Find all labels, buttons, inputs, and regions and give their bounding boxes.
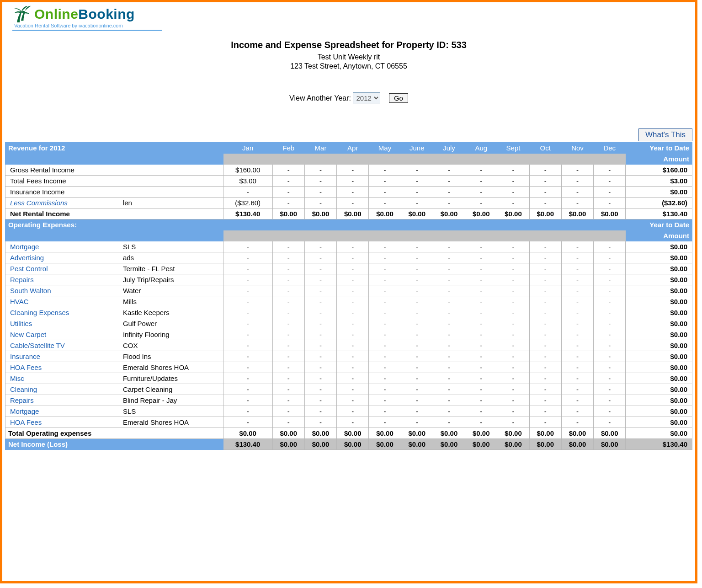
- cell-value: -: [401, 274, 433, 285]
- go-button[interactable]: Go: [389, 93, 408, 103]
- cell-value: $0.00: [304, 428, 336, 439]
- address: 123 Test Street, Anytown, CT 06555: [2, 62, 695, 70]
- expense-category[interactable]: Misc: [5, 373, 120, 384]
- cell-value: -: [272, 406, 304, 417]
- month-header: Apr: [337, 143, 369, 154]
- cell-value: -: [223, 406, 272, 417]
- cell-value: -: [337, 362, 369, 373]
- ytd-value: $0.00: [626, 395, 692, 406]
- cell-value: -: [369, 307, 401, 318]
- cell-value: -: [369, 198, 401, 208]
- cell-value: -: [561, 340, 593, 351]
- cell-value: $3.00: [223, 176, 272, 187]
- cell-value: -: [561, 241, 593, 252]
- cell-value: -: [433, 329, 465, 340]
- expense-category[interactable]: Advertising: [5, 252, 120, 263]
- expense-category[interactable]: Insurance: [5, 351, 120, 362]
- cell-value: -: [369, 241, 401, 252]
- row-label: Total Fees Income: [5, 176, 120, 187]
- cell-value: -: [465, 285, 497, 296]
- ytd-value: $0.00: [626, 373, 692, 384]
- cell-value: -: [561, 362, 593, 373]
- spacer: [223, 230, 626, 241]
- cell-value: -: [272, 362, 304, 373]
- cell-value: -: [223, 417, 272, 428]
- month-header: July: [433, 143, 465, 154]
- cell-value: -: [465, 384, 497, 395]
- cell-value: -: [272, 176, 304, 187]
- cell-value: -: [497, 318, 529, 329]
- cell-value: -: [433, 307, 465, 318]
- cell-value: $130.40: [223, 439, 272, 450]
- cell-value: -: [433, 241, 465, 252]
- cell-value: -: [433, 285, 465, 296]
- cell-value: -: [369, 384, 401, 395]
- expense-category[interactable]: Cleaning: [5, 384, 120, 395]
- expense-category[interactable]: Cleaning Expenses: [5, 307, 120, 318]
- cell-value: -: [497, 285, 529, 296]
- cell-value: $0.00: [529, 208, 561, 219]
- cell-value: -: [272, 296, 304, 307]
- expense-category[interactable]: South Walton: [5, 285, 120, 296]
- row-vendor: Infinity Flooring: [120, 329, 223, 340]
- expense-category[interactable]: Utilities: [5, 318, 120, 329]
- expense-category[interactable]: Cable/Satellite TV: [5, 340, 120, 351]
- month-header: Jan: [223, 143, 272, 154]
- expense-category[interactable]: HOA Fees: [5, 417, 120, 428]
- cell-value: -: [223, 395, 272, 406]
- cell-value: -: [304, 274, 336, 285]
- expense-category[interactable]: HOA Fees: [5, 362, 120, 373]
- cell-value: -: [337, 417, 369, 428]
- cell-value: -: [594, 384, 626, 395]
- cell-value: -: [433, 384, 465, 395]
- cell-value: -: [497, 296, 529, 307]
- expense-category[interactable]: Mortgage: [5, 241, 120, 252]
- cell-value: -: [369, 296, 401, 307]
- cell-value: -: [561, 296, 593, 307]
- cell-value: -: [529, 373, 561, 384]
- cell-value: -: [497, 176, 529, 187]
- cell-value: -: [529, 296, 561, 307]
- cell-value: -: [433, 296, 465, 307]
- cell-value: $0.00: [465, 208, 497, 219]
- cell-value: -: [433, 187, 465, 198]
- cell-value: -: [337, 285, 369, 296]
- cell-value: $0.00: [433, 208, 465, 219]
- row-vendor: Mills: [120, 296, 223, 307]
- expense-category[interactable]: Mortgage: [5, 406, 120, 417]
- cell-value: $0.00: [272, 208, 304, 219]
- expense-category[interactable]: New Carpet: [5, 329, 120, 340]
- cell-value: -: [594, 263, 626, 274]
- cell-value: -: [529, 340, 561, 351]
- cell-value: -: [465, 165, 497, 176]
- cell-value: -: [529, 165, 561, 176]
- logo-tagline: Vacation Rental Software by ivacationonl…: [12, 22, 162, 31]
- expense-category[interactable]: HVAC: [5, 296, 120, 307]
- expense-category[interactable]: Pest Control: [5, 263, 120, 274]
- cell-value: -: [433, 252, 465, 263]
- whats-this-button[interactable]: What's This: [638, 128, 692, 141]
- cell-value: -: [304, 296, 336, 307]
- expense-category[interactable]: Repairs: [5, 395, 120, 406]
- cell-value: -: [272, 274, 304, 285]
- cell-value: -: [497, 384, 529, 395]
- row-vendor: ads: [120, 252, 223, 263]
- row-vendor: Furniture/Updates: [120, 373, 223, 384]
- cell-value: -: [304, 318, 336, 329]
- page-header: Income and Expense Spreadsheet for Prope…: [2, 40, 695, 70]
- expense-category[interactable]: Repairs: [5, 274, 120, 285]
- cell-value: -: [401, 307, 433, 318]
- month-header: June: [401, 143, 433, 154]
- cell-value: -: [529, 395, 561, 406]
- cell-value: -: [272, 241, 304, 252]
- cell-value: -: [529, 274, 561, 285]
- cell-value: -: [337, 187, 369, 198]
- ytd-value: $0.00: [626, 351, 692, 362]
- cell-value: $0.00: [497, 439, 529, 450]
- cell-value: -: [594, 176, 626, 187]
- cell-value: -: [304, 263, 336, 274]
- row-label: Insurance Income: [5, 187, 120, 198]
- cell-value: -: [337, 307, 369, 318]
- cell-value: -: [401, 395, 433, 406]
- year-select[interactable]: 2012: [353, 92, 380, 103]
